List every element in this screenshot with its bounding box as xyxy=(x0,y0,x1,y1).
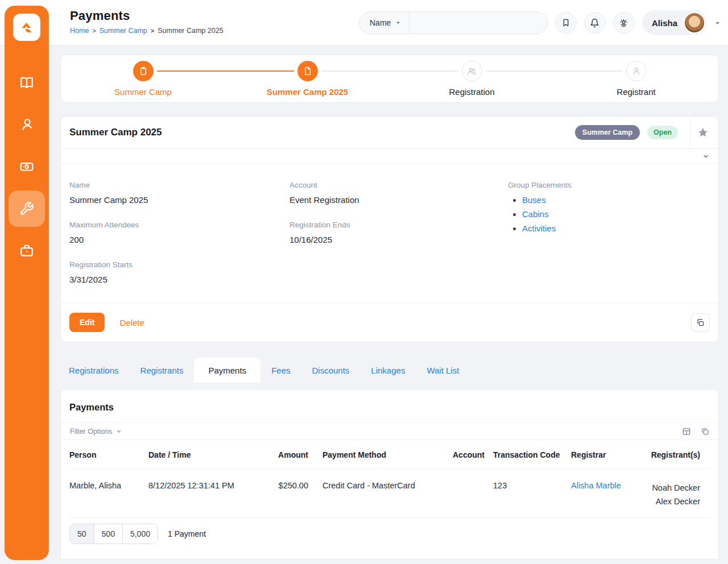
group-placement-link-activities[interactable]: Activities xyxy=(522,223,556,233)
page-size-500[interactable]: 500 xyxy=(94,524,123,544)
event-detail-card: Summer Camp 2025 Summer Camp Open Name S… xyxy=(60,116,719,342)
file-icon xyxy=(297,61,318,81)
breadcrumb: Home > Summer Camp > Summer Camp 2025 xyxy=(70,27,224,35)
tab-registrants[interactable]: Registrants xyxy=(130,358,195,383)
column-header-transaction-code[interactable]: Transaction Code xyxy=(483,440,571,468)
event-card-header: Summer Camp 2025 Summer Camp Open xyxy=(61,117,718,148)
step-label: Registrant xyxy=(617,87,655,97)
page-title: Payments xyxy=(70,9,224,23)
column-header-person[interactable]: Person xyxy=(69,440,148,468)
user-menu[interactable]: Alisha xyxy=(642,10,707,35)
wrench-icon xyxy=(19,201,34,216)
avatar xyxy=(684,12,705,34)
breadcrumb-home[interactable]: Home xyxy=(70,27,89,35)
cell-registrants: Noah Decker Alex Decker xyxy=(651,469,710,517)
cell-date-time: 8/12/2025 12:31:41 PM xyxy=(148,469,254,517)
notifications-button[interactable] xyxy=(584,12,606,34)
page-size-50[interactable]: 50 xyxy=(70,524,94,544)
tab-linkages[interactable]: Linkages xyxy=(360,358,416,383)
favorite-star-icon[interactable] xyxy=(697,127,710,138)
sidebar-item-directory[interactable] xyxy=(9,64,45,101)
tab-wait-list[interactable]: Wait List xyxy=(416,358,470,383)
field-registration-starts: Registration Starts 3/31/2025 xyxy=(69,260,289,284)
copy-button[interactable] xyxy=(691,313,710,332)
sidebar-item-tools[interactable] xyxy=(9,190,45,227)
column-header-registrants[interactable]: Registrant(s) xyxy=(651,440,710,468)
page-size-group: 50 500 5,000 xyxy=(69,524,158,544)
search-category-dropdown[interactable]: Name xyxy=(359,12,410,34)
banknote-icon xyxy=(19,159,34,174)
breadcrumb-separator: > xyxy=(92,27,96,34)
filter-options-toggle[interactable]: Filter Options xyxy=(70,428,122,436)
registrar-link[interactable]: Alisha Marble xyxy=(571,481,621,490)
step-label: Registration xyxy=(449,87,494,97)
field-name: Name Summer Camp 2025 xyxy=(69,181,289,205)
status-badge: Open xyxy=(647,126,678,139)
field-group-placements: Group Placements Buses Cabins Activities xyxy=(508,181,710,233)
result-count: 1 Payment xyxy=(168,529,206,538)
sidebar-item-people[interactable] xyxy=(9,106,45,143)
event-title: Summer Camp 2025 xyxy=(69,127,162,138)
event-card-body: Name Summer Camp 2025 Maximum Attendees … xyxy=(61,164,718,302)
tab-registrations[interactable]: Registrations xyxy=(60,358,130,383)
column-header-payment-method[interactable]: Payment Method xyxy=(308,440,453,468)
edit-button[interactable]: Edit xyxy=(69,313,105,332)
payments-toolbar: Filter Options xyxy=(61,422,718,440)
field-column-2: Account Event Registration Registration … xyxy=(289,181,508,300)
sidebar-item-work[interactable] xyxy=(9,233,45,269)
bell-icon xyxy=(590,18,599,28)
registrant-name: Alex Decker xyxy=(651,495,700,508)
column-header-account[interactable]: Account xyxy=(453,440,483,468)
page-head: Payments Home > Summer Camp > Summer Cam… xyxy=(70,9,224,35)
breadcrumb-summer-camp[interactable]: Summer Camp xyxy=(100,27,147,35)
bookmark-button[interactable] xyxy=(555,12,577,34)
list-item: Cabins xyxy=(522,209,710,219)
field-column-1: Name Summer Camp 2025 Maximum Attendees … xyxy=(69,181,289,300)
field-max-attendees: Maximum Attendees 200 xyxy=(69,221,289,244)
bookmark-icon xyxy=(561,18,570,27)
users-icon xyxy=(462,61,482,81)
sidebar xyxy=(5,6,49,560)
top-right-controls: Name Alisha xyxy=(359,10,721,35)
cell-payment-method: Credit Card - MasterCard xyxy=(308,469,453,517)
step-registration[interactable]: Registration xyxy=(390,55,554,102)
column-header-date-time[interactable]: Date / Time xyxy=(148,440,254,468)
column-header-amount[interactable]: Amount xyxy=(254,440,308,468)
sun-haze-icon xyxy=(619,18,628,28)
search-input[interactable] xyxy=(410,12,547,34)
tab-fees[interactable]: Fees xyxy=(260,358,301,383)
sidebar-nav xyxy=(9,64,45,269)
registration-stepper: Summer Camp Summer Camp 2025 Registratio… xyxy=(60,55,719,103)
cell-transaction-code: 123 xyxy=(483,469,571,517)
table-header-row: Person Date / Time Amount Payment Method… xyxy=(69,440,710,469)
group-placement-link-buses[interactable]: Buses xyxy=(522,195,546,205)
payments-panel-title: Payments xyxy=(61,389,718,422)
delete-link[interactable]: Delete xyxy=(119,318,144,327)
clipboard-icon xyxy=(133,61,154,81)
step-registrant[interactable]: Registrant xyxy=(554,55,718,102)
list-item: Buses xyxy=(522,195,710,205)
column-header-registrar[interactable]: Registrar xyxy=(571,440,651,468)
event-card-footer: Edit Delete xyxy=(61,302,718,342)
table-row[interactable]: Marble, Alisha 8/12/2025 12:31:41 PM $25… xyxy=(69,469,710,518)
group-placement-link-cabins[interactable]: Cabins xyxy=(522,209,549,219)
template-badge: Summer Camp xyxy=(575,125,640,140)
pagination: 50 500 5,000 1 Payment xyxy=(61,518,718,550)
step-summer-camp-2025[interactable]: Summer Camp 2025 xyxy=(225,55,390,102)
payments-table: Person Date / Time Amount Payment Method… xyxy=(61,440,718,518)
divider xyxy=(690,117,690,148)
chevron-down-icon xyxy=(395,20,401,26)
person-icon xyxy=(19,117,34,132)
tab-discounts[interactable]: Discounts xyxy=(301,358,360,383)
step-label: Summer Camp xyxy=(114,87,172,97)
user-menu-chevron-down-icon[interactable] xyxy=(714,20,721,26)
sidebar-item-finance[interactable] xyxy=(9,148,45,185)
app-logo[interactable] xyxy=(13,14,40,41)
copy-grid-icon[interactable] xyxy=(701,427,709,436)
page-size-5000[interactable]: 5,000 xyxy=(123,524,158,544)
card-collapse-row[interactable] xyxy=(61,148,718,164)
theme-toggle-button[interactable] xyxy=(613,12,635,34)
step-summer-camp[interactable]: Summer Camp xyxy=(61,55,225,102)
tab-payments[interactable]: Payments xyxy=(194,358,260,383)
grid-columns-icon[interactable] xyxy=(682,427,691,436)
